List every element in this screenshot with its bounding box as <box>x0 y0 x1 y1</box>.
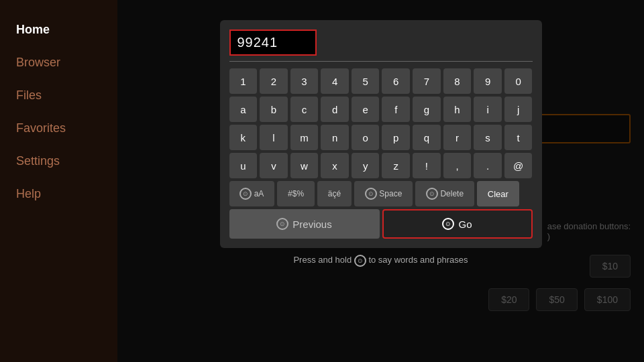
delete-button[interactable]: ⊙ Delete <box>415 181 474 206</box>
key-k[interactable]: k <box>229 125 258 150</box>
key-o[interactable]: o <box>352 125 380 150</box>
key-at[interactable]: @ <box>504 153 533 178</box>
key-6[interactable]: 6 <box>382 68 410 94</box>
key-u[interactable]: u <box>229 153 258 178</box>
key-f[interactable]: f <box>382 97 410 122</box>
space-icon: ⊙ <box>365 188 377 200</box>
case-toggle-button[interactable]: ⊙ aA <box>229 181 275 206</box>
key-b[interactable]: b <box>260 97 288 122</box>
voice-icon: ⊙ <box>354 255 366 267</box>
key-i[interactable]: i <box>474 97 502 122</box>
keyboard-nav-row: ⊙ Previous ⊙ Go <box>229 209 533 239</box>
key-t[interactable]: t <box>504 125 533 150</box>
key-p[interactable]: p <box>382 125 410 150</box>
key-m[interactable]: m <box>290 125 319 150</box>
go-button[interactable]: ⊙ Go <box>382 209 533 239</box>
alpha-row-2: k l m n o p q r s t <box>229 125 533 150</box>
main-area: ase donation buttons: ) $10 $20 $50 $100… <box>117 0 644 362</box>
alpha-row-3: u v w x y z ! , . @ <box>229 153 533 178</box>
alpha-row-1: a b c d e f g h i j <box>229 97 533 122</box>
sidebar-item-help[interactable]: Help <box>0 178 117 210</box>
sidebar-item-browser[interactable]: Browser <box>0 46 117 79</box>
key-2[interactable]: 2 <box>260 68 288 94</box>
previous-button[interactable]: ⊙ Previous <box>229 209 380 239</box>
key-w[interactable]: w <box>290 153 319 178</box>
sidebar-item-home[interactable]: Home <box>0 13 117 46</box>
input-underline <box>229 61 533 62</box>
sidebar-item-settings[interactable]: Settings <box>0 145 117 178</box>
keyboard-input-row: 99241 <box>229 29 533 62</box>
previous-icon: ⊙ <box>276 218 288 230</box>
keyboard-dialog: 99241 1 2 3 4 5 6 7 8 9 0 a b c d <box>220 20 542 248</box>
key-j[interactable]: j <box>504 97 533 122</box>
sidebar-item-favorites[interactable]: Favorites <box>0 112 117 145</box>
key-g[interactable]: g <box>413 97 441 122</box>
case-icon: ⊙ <box>239 188 252 200</box>
key-r[interactable]: r <box>443 125 472 150</box>
clear-button[interactable]: Clear <box>477 181 519 206</box>
key-e[interactable]: e <box>352 97 380 122</box>
key-l[interactable]: l <box>260 125 288 150</box>
key-h[interactable]: h <box>443 97 472 122</box>
key-3[interactable]: 3 <box>290 68 319 94</box>
key-4[interactable]: 4 <box>321 68 349 94</box>
key-8[interactable]: 8 <box>443 68 472 94</box>
key-c[interactable]: c <box>290 97 319 122</box>
keyboard-input[interactable]: 99241 <box>229 29 317 56</box>
key-n[interactable]: n <box>321 125 349 150</box>
symbols-button[interactable]: #$% <box>277 181 315 206</box>
key-5[interactable]: 5 <box>352 68 380 94</box>
key-a[interactable]: a <box>229 97 258 122</box>
key-1[interactable]: 1 <box>229 68 258 94</box>
key-exclaim[interactable]: ! <box>413 153 441 178</box>
key-period[interactable]: . <box>474 153 502 178</box>
space-button[interactable]: ⊙ Space <box>354 181 413 206</box>
sidebar: Home Browser Files Favorites Settings He… <box>0 0 117 362</box>
keyboard-overlay: 99241 1 2 3 4 5 6 7 8 9 0 a b c d <box>117 0 644 362</box>
key-0[interactable]: 0 <box>504 68 533 94</box>
number-row: 1 2 3 4 5 6 7 8 9 0 <box>229 68 533 94</box>
go-icon: ⊙ <box>442 218 454 230</box>
special-keys-row: ⊙ aA #$% äçé ⊙ Space ⊙ Delete Clear <box>229 181 533 206</box>
key-s[interactable]: s <box>474 125 502 150</box>
key-z[interactable]: z <box>382 153 410 178</box>
key-v[interactable]: v <box>260 153 288 178</box>
key-y[interactable]: y <box>352 153 380 178</box>
sidebar-item-files[interactable]: Files <box>0 79 117 112</box>
key-d[interactable]: d <box>321 97 349 122</box>
key-9[interactable]: 9 <box>474 68 502 94</box>
key-7[interactable]: 7 <box>413 68 441 94</box>
delete-icon: ⊙ <box>426 188 438 200</box>
voice-hint: Press and hold ⊙ to say words and phrase… <box>293 255 468 267</box>
key-x[interactable]: x <box>321 153 349 178</box>
key-q[interactable]: q <box>413 125 441 150</box>
key-comma[interactable]: , <box>443 153 472 178</box>
accents-button[interactable]: äçé <box>317 181 352 206</box>
